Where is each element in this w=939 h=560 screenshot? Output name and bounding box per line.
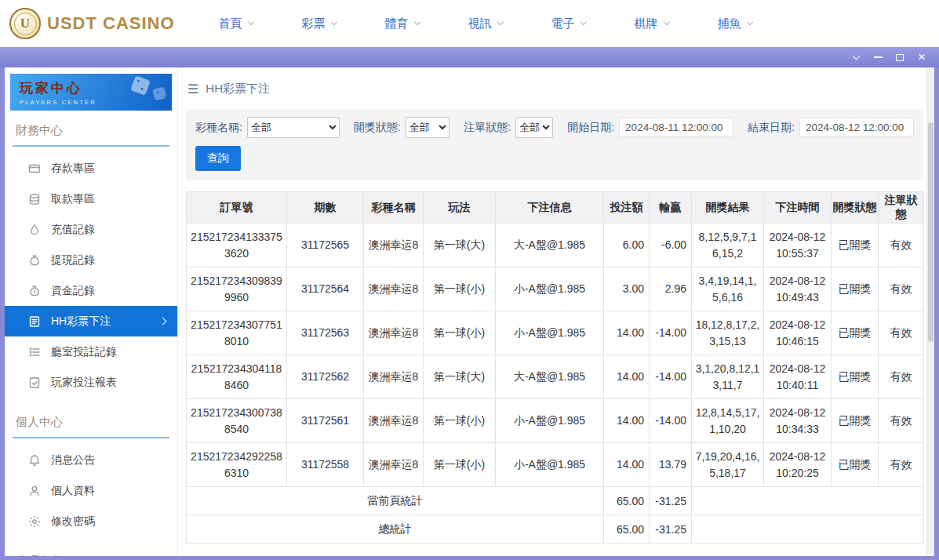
chevron-down-icon (852, 52, 860, 60)
table-row: 215217234292258631031172558澳洲幸运8第一球(小)小-… (187, 443, 924, 487)
sidebar-item-withdraw-record[interactable]: 提現記錄 (5, 245, 177, 275)
table-cell: 已開獎 (832, 355, 879, 399)
sidebar-item-label: 充值記錄 (51, 223, 95, 237)
nav-label: 棋牌 (635, 16, 658, 31)
sidebar-item-deposit[interactable]: 存款專區 (5, 153, 177, 184)
breadcrumb: ☰ HH彩票下注 (186, 67, 923, 109)
table-cell: 有效 (879, 355, 924, 399)
personal-menu: 消息公告 個人資料 修改密碼 (5, 445, 177, 536)
money-bag-icon (28, 254, 41, 267)
table-header: 彩種名稱 (364, 192, 424, 224)
filter-row: 彩種名稱: 全部 開獎狀態: 全部 注單狀態: 全部 開始日期: 結束日期: (195, 117, 914, 138)
players-center-banner: 玩家中心 PLAYERS CENTER (10, 74, 172, 111)
chevron-down-icon (247, 19, 253, 25)
nav-item-live-video[interactable]: 視訊 (468, 16, 503, 31)
droplet-icon (28, 224, 41, 236)
table-cell: 3.00 (604, 267, 650, 311)
table-row: 215217234300738854031172561澳洲幸运8第一球(小)小-… (187, 399, 924, 443)
table-cell: 2.96 (650, 267, 692, 311)
table-cell: 31172562 (287, 355, 364, 399)
sidebar-item-player-bet-report[interactable]: 玩家投注報表 (5, 367, 177, 398)
nav-label: 首頁 (219, 16, 242, 31)
summary-row-grand-total: 總統計 65.00 -31.25 (187, 515, 924, 544)
sidebar-item-withdraw[interactable]: 取款專區 (5, 184, 177, 214)
section-title-finance: 財務中心 (13, 120, 169, 147)
table-cell: 31172558 (287, 443, 364, 487)
list-icon (28, 346, 41, 358)
table-cell: 已開獎 (832, 224, 879, 267)
table-cell: 第一球(小) (424, 399, 496, 443)
section-title-agent: 代理中心 (13, 551, 169, 556)
section-title-personal: 個人中心 (13, 412, 169, 438)
gear-icon (28, 515, 41, 528)
order-status-select[interactable]: 全部 (515, 117, 553, 138)
summary-empty (692, 487, 924, 515)
nav-item-sports[interactable]: 體育 (385, 16, 420, 31)
start-date-input[interactable] (619, 118, 733, 137)
nav-item-fishing[interactable]: 捕魚 (718, 16, 752, 31)
minimize-icon (874, 56, 883, 58)
sidebar-item-profile[interactable]: 個人資料 (5, 475, 177, 506)
table-cell: 第一球(小) (424, 311, 496, 355)
sidebar-item-hall-bet-record[interactable]: 廳室投註記錄 (5, 336, 177, 367)
search-button[interactable]: 查詢 (195, 146, 241, 171)
bell-icon (28, 454, 41, 467)
sidebar-item-recharge-record[interactable]: 充值記錄 (5, 214, 177, 245)
table-cell: 14.00 (604, 399, 650, 443)
lottery-select[interactable]: 全部 (247, 117, 340, 138)
sidebar-item-label: 個人資料 (51, 484, 95, 498)
nav-label: 電子 (551, 16, 575, 31)
close-icon: × (918, 50, 926, 64)
table-cell: 第一球(小) (424, 267, 496, 311)
chevron-right-icon (159, 318, 167, 325)
table-cell: 澳洲幸运8 (364, 399, 424, 443)
summary-label: 當前頁統計 (187, 487, 604, 515)
bets-table: 訂單號 期數 彩種名稱 玩法 下注信息 投注額 輸贏 開獎結果 下注時間 開獎狀… (186, 191, 924, 544)
table-cell: 6.00 (604, 224, 650, 267)
sidebar-item-label: 消息公告 (51, 453, 95, 467)
table-cell: 第一球(大) (424, 355, 496, 399)
table-cell: 已開獎 (832, 311, 879, 355)
scrollbar-thumb[interactable] (928, 122, 934, 342)
end-date-input[interactable] (799, 118, 914, 137)
table-cell: 13.79 (650, 443, 692, 487)
table-header-row: 訂單號 期數 彩種名稱 玩法 下注信息 投注額 輸贏 開獎結果 下注時間 開獎狀… (187, 192, 924, 224)
table-body: 215217234133375362031172565澳洲幸运8第一球(大)大-… (187, 224, 924, 487)
table-cell: 小-A盤@1.985 (496, 443, 604, 487)
table-cell: 31172563 (287, 311, 364, 355)
sidebar-item-label: 資金記錄 (51, 284, 95, 298)
table-cell: 18,12,8,17,2,3,15,13 (692, 311, 764, 355)
table-row: 215217234304118846031172562澳洲幸运8第一球(大)大-… (187, 355, 924, 399)
draw-status-select[interactable]: 全部 (406, 117, 450, 138)
sidebar-item-change-password[interactable]: 修改密碼 (5, 506, 177, 536)
menu-icon[interactable]: ☰ (187, 82, 198, 96)
summary-winloss-total: -31.25 (650, 487, 692, 515)
table-foot: 當前頁統計 65.00 -31.25 總統計 65.00 -31.25 (187, 487, 924, 544)
nav-item-home[interactable]: 首頁 (219, 16, 253, 31)
window-collapse-button[interactable] (845, 47, 867, 67)
filter-label-start-date: 開始日期: (567, 121, 614, 135)
logo[interactable]: U USDT CASINO (9, 8, 175, 39)
sidebar: 玩家中心 PLAYERS CENTER 財務中心 存款專區 取款專區 充值記錄 … (5, 67, 178, 556)
main-nav: 首頁 彩票 體育 視訊 電子 棋牌 捕魚 (219, 16, 752, 31)
scrollbar-track[interactable] (926, 67, 934, 556)
sidebar-item-announcements[interactable]: 消息公告 (5, 445, 177, 475)
sidebar-item-funds-record[interactable]: 資金記錄 (5, 275, 177, 306)
nav-item-lottery[interactable]: 彩票 (302, 16, 337, 31)
sidebar-item-label: HH彩票下注 (51, 315, 111, 329)
summary-label: 總統計 (187, 515, 604, 544)
sidebar-item-hh-lottery-bets[interactable]: HH彩票下注 (5, 306, 177, 336)
nav-item-board-games[interactable]: 棋牌 (635, 16, 669, 31)
table-cell: 3,1,20,8,12,13,11,7 (692, 355, 764, 399)
filter-label-order-status: 注單狀態: (464, 121, 511, 135)
nav-item-slots[interactable]: 電子 (551, 16, 586, 31)
funds-bag-icon (28, 285, 41, 297)
sidebar-item-label: 取款專區 (51, 192, 95, 206)
topbar: U USDT CASINO 首頁 彩票 體育 視訊 電子 棋牌 捕魚 (0, 0, 939, 47)
window-minimize-button[interactable] (867, 47, 889, 67)
coins-icon (28, 193, 41, 205)
window-maximize-button[interactable] (889, 47, 911, 67)
window-close-button[interactable]: × (911, 47, 933, 67)
main-content: ☰ HH彩票下注 彩種名稱: 全部 開獎狀態: 全部 注單狀態: 全部 開始日期… (178, 67, 934, 556)
table-header: 注單狀態 (879, 192, 924, 224)
